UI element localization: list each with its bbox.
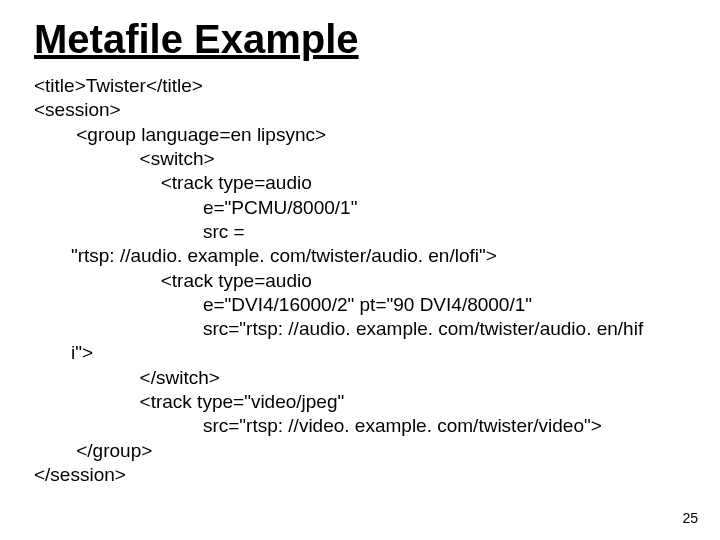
code-line: </switch> xyxy=(34,367,220,388)
code-line: <switch> xyxy=(34,148,215,169)
code-line: <session> xyxy=(34,99,121,120)
code-line: "rtsp: //audio. example. com/twister/aud… xyxy=(34,245,497,266)
code-line: <track type=audio xyxy=(34,172,312,193)
code-block: <title>Twister</title> <session> <group … xyxy=(34,74,692,487)
code-line: </session> xyxy=(34,464,126,485)
code-line: e="PCMU/8000/1" xyxy=(34,197,357,218)
code-line: i"> xyxy=(34,342,93,363)
code-line: src="rtsp: //video. example. com/twister… xyxy=(34,415,602,436)
code-line: e="DVI4/16000/2" pt="90 DVI4/8000/1" xyxy=(34,294,532,315)
code-line: src = xyxy=(34,221,245,242)
code-line: <track type="video/jpeg" xyxy=(34,391,344,412)
code-line: </group> xyxy=(34,440,152,461)
code-line: <group language=en lipsync> xyxy=(34,124,326,145)
code-line: <track type=audio xyxy=(34,270,312,291)
slide-title: Metafile Example xyxy=(34,18,692,60)
page-number: 25 xyxy=(682,510,698,526)
slide: Metafile Example <title>Twister</title> … xyxy=(0,0,720,540)
code-line: <title>Twister</title> xyxy=(34,75,203,96)
code-line: src="rtsp: //audio. example. com/twister… xyxy=(34,318,643,339)
